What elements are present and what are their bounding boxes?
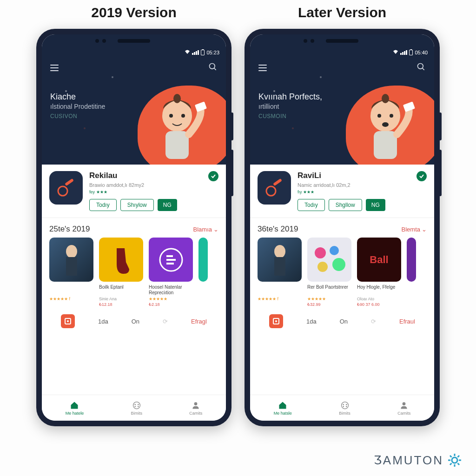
svg-point-38: [330, 246, 339, 255]
card-image: [198, 238, 208, 282]
app-name: Rekilau: [89, 171, 117, 180]
app-subtitle: Namic arridoat,lı 02m,2: [298, 182, 427, 188]
app-rating: fıy ★★★: [298, 190, 427, 194]
strip-icon[interactable]: [269, 314, 283, 328]
svg-rect-13: [166, 255, 173, 257]
menu-icon[interactable]: [50, 65, 59, 71]
app-rating: fey ★★★: [89, 190, 218, 194]
card-item[interactable]: Boilk Eptanl Sinie Ana ₺12.18: [99, 238, 143, 307]
card-price: ₺90 37 6.00: [357, 302, 401, 307]
card-item[interactable]: [198, 238, 208, 307]
svg-point-29: [390, 114, 393, 118]
carousel[interactable]: ★★★★★ f Boilk Eptanl Sinie Ana ₺12.18 Ho…: [42, 238, 226, 311]
section-more-link[interactable]: Blamıa ⌄: [193, 226, 218, 233]
strip-a: 1da: [306, 318, 317, 325]
screen-right: 05:40 Kvıınah Porfects, ırtilliont: [250, 34, 434, 421]
svg-point-46: [343, 406, 344, 407]
gear-icon: [447, 453, 462, 468]
svg-point-21: [134, 406, 136, 407]
svg-line-54: [450, 456, 452, 457]
menu-icon[interactable]: [258, 65, 267, 71]
card-item[interactable]: [407, 238, 416, 307]
nav-profile[interactable]: Camits: [189, 401, 202, 416]
card-stars: ★★★★★ f: [49, 297, 93, 301]
svg-point-42: [275, 320, 277, 322]
hero-header: Kvıınah Porfects, ırtilliont CUSMOIN: [250, 58, 434, 165]
svg-point-17: [67, 320, 69, 322]
today-button[interactable]: Todıy: [298, 199, 325, 211]
svg-rect-36: [274, 257, 285, 276]
featured-app-card[interactable]: Rekilau Brawio amddot,lı 82my2 fey ★★★ T…: [42, 165, 226, 218]
app-icon: [49, 171, 83, 205]
svg-rect-7: [195, 101, 207, 112]
signal-icon: [192, 50, 199, 55]
svg-point-8: [58, 186, 67, 196]
card-item[interactable]: Hoosel Natenlar Repreciıtion ★★★★★ ₺2.18: [149, 238, 193, 307]
svg-point-44: [343, 404, 344, 405]
svg-rect-15: [166, 263, 174, 264]
svg-point-0: [210, 64, 215, 69]
svg-line-25: [423, 68, 424, 70]
svg-point-20: [138, 404, 139, 405]
nav-mid[interactable]: Bimits: [339, 401, 350, 416]
strip-arrow-icon: ⟳: [371, 318, 376, 325]
ng-button[interactable]: NG: [366, 199, 385, 211]
svg-line-1: [214, 68, 216, 70]
card-price: ₺32.99: [307, 302, 351, 307]
today-button[interactable]: Todıy: [89, 199, 117, 211]
carousel[interactable]: ★★★★★ f Rer Boll Paortstnrer ★★★★★ ₺32.9…: [250, 238, 434, 311]
app-icon: [258, 171, 291, 205]
card-item[interactable]: ★★★★★ f: [49, 238, 93, 307]
svg-point-5: [181, 114, 185, 118]
card-item[interactable]: Ball Hoy Hlogle, Ffelge Oloaı Ato ₺90 37…: [357, 238, 401, 307]
svg-rect-14: [166, 259, 176, 261]
search-icon[interactable]: [416, 62, 426, 73]
featured-app-card[interactable]: RaviLi Namic arridoat,lı 02m,2 fıy ★★★ T…: [250, 165, 434, 218]
phone-frame-left: 05:23 Kiache ılstional Prodetitine: [36, 29, 231, 426]
nav-profile[interactable]: Camits: [397, 401, 410, 416]
section-header: 25te's 2019 Blamıa ⌄: [42, 218, 226, 238]
svg-point-19: [134, 404, 136, 405]
card-stars: ★★★★★: [149, 297, 193, 301]
section-header: 36te's 2019 Blemta ⌄: [250, 218, 434, 238]
svg-point-48: [403, 402, 406, 405]
bottom-nav: Me hatele Bimits Camits: [42, 395, 226, 421]
search-icon[interactable]: [208, 62, 218, 73]
nav-mid[interactable]: Bimits: [131, 401, 143, 416]
section-title: 25te's 2019: [49, 225, 90, 234]
show-button[interactable]: Shıylow: [120, 199, 154, 211]
svg-point-28: [377, 114, 381, 118]
hero-character: [147, 90, 207, 165]
ng-button[interactable]: NG: [158, 199, 177, 211]
status-bar: 05:40: [250, 47, 434, 58]
svg-point-10: [66, 245, 77, 258]
strip-b: On: [340, 318, 348, 325]
card-title: Hoy Hlogle, Ffelge: [357, 284, 401, 296]
nav-home[interactable]: Me hatele: [66, 401, 84, 416]
card-item[interactable]: Rer Boll Paortstnrer ★★★★★ ₺32.99: [307, 238, 351, 307]
watermark: ƷAMUTON: [374, 453, 462, 468]
strip-icon[interactable]: [61, 314, 75, 328]
chevron-down-icon: ⌄: [213, 226, 218, 233]
strip-c: Efraul: [399, 318, 415, 325]
svg-point-47: [346, 406, 347, 407]
section-more-link[interactable]: Blemta ⌄: [402, 226, 427, 233]
status-time: 05:40: [415, 50, 428, 55]
app-name: RaviLi: [298, 171, 321, 180]
show-button[interactable]: Shgllow: [329, 199, 362, 211]
card-image: [49, 238, 93, 282]
svg-point-35: [274, 245, 285, 258]
wifi-icon: [185, 50, 190, 55]
nav-home[interactable]: Me hatsle: [274, 401, 292, 416]
info-strip: 1da On ⟳ Efragl: [42, 311, 226, 331]
chevron-down-icon: ⌄: [422, 226, 427, 233]
left-column: 2019 Version 05:23: [36, 5, 231, 426]
strip-arrow-icon: ⟳: [163, 318, 168, 325]
svg-point-22: [138, 406, 139, 407]
user-icon: [399, 401, 409, 410]
card-image: [307, 238, 351, 282]
card-item[interactable]: ★★★★★ f: [258, 238, 302, 307]
verified-check-icon: [208, 171, 218, 181]
card-title: [258, 284, 302, 296]
status-time: 05:23: [206, 50, 219, 55]
